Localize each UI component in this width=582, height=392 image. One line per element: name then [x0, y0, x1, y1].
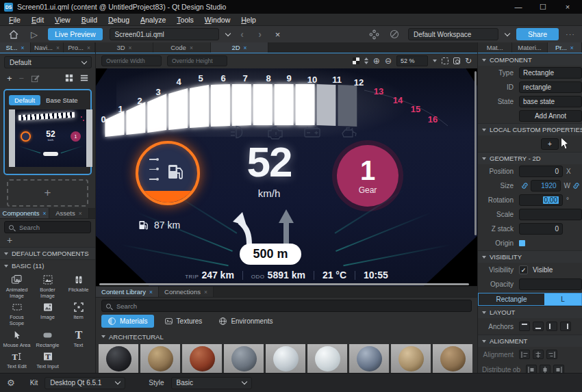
section-alignment[interactable]: ALIGNMENT	[478, 335, 582, 347]
type-field[interactable]: Rectangle	[519, 67, 582, 79]
tab-components[interactable]: Components×	[0, 208, 49, 218]
distribute-center-h-button[interactable]	[540, 365, 551, 373]
menu-item-edit[interactable]: Edit	[27, 15, 49, 25]
chevron-down-icon[interactable]	[225, 30, 230, 36]
menu-item-view[interactable]: View	[50, 15, 75, 25]
menu-item-file[interactable]: File	[4, 15, 25, 25]
zoom-fit-icon[interactable]	[442, 57, 448, 64]
design-canvas[interactable]: 012345678910111213141516 52	[96, 68, 477, 286]
menu-item-window[interactable]: Window	[200, 15, 235, 25]
rotation-field[interactable]: 0,00	[519, 194, 563, 206]
close-tab-icon[interactable]: ×	[129, 44, 132, 51]
close-tab-icon[interactable]: ×	[56, 44, 60, 51]
material-tile[interactable]	[433, 344, 472, 374]
menu-item-debug[interactable]: Debug	[103, 15, 134, 25]
kit-selector[interactable]: Desktop Qt 6.5.1	[45, 377, 125, 389]
zoom-level-field[interactable]: 52 %	[396, 55, 428, 66]
tab-code[interactable]: Code×	[153, 42, 211, 53]
close-tab-icon[interactable]: ×	[204, 289, 207, 296]
close-tab-icon[interactable]: ×	[42, 210, 46, 217]
library-search[interactable]	[101, 300, 472, 312]
component-rectangle[interactable]: Rectangle	[32, 329, 63, 349]
scale-field[interactable]	[519, 209, 582, 220]
material-tile[interactable]	[307, 344, 347, 374]
components-search[interactable]	[4, 221, 91, 233]
tab-material-editor[interactable]: Materi...	[512, 42, 547, 53]
workspaces-icon[interactable]	[367, 28, 381, 40]
annotations-icon[interactable]	[388, 28, 401, 40]
zoom-selection-icon[interactable]	[453, 57, 460, 64]
close-tab-icon[interactable]: ×	[190, 44, 193, 51]
filter-environments[interactable]: Environments	[212, 315, 279, 328]
section-layout[interactable]: LAYOUT	[478, 306, 582, 318]
pattern-stepper[interactable]	[364, 57, 368, 64]
add-state-dropzone[interactable]: +	[7, 179, 88, 207]
run-icon[interactable]: ▷	[27, 28, 41, 40]
remove-state-icon[interactable]: −	[19, 73, 25, 83]
file-selector[interactable]: Screen01.ui.qml	[110, 28, 219, 40]
background-pattern-icon[interactable]	[353, 57, 359, 64]
grid-view-icon[interactable]	[65, 74, 73, 82]
visible-checkbox[interactable]: ✓	[519, 265, 528, 274]
section-visibility[interactable]: VISIBILITY	[478, 250, 582, 263]
tab-states[interactable]: St...×	[0, 42, 31, 53]
component-text-edit[interactable]: TText Edit	[1, 350, 32, 370]
tab-material-browser[interactable]: Mat...	[478, 42, 512, 53]
tab-3d[interactable]: 3D×	[96, 42, 153, 53]
share-button[interactable]: Share	[516, 28, 559, 40]
override-height-input[interactable]	[167, 55, 227, 66]
align-right-button[interactable]	[546, 350, 557, 359]
section-default-components[interactable]: DEFAULT COMPONENTS	[0, 247, 95, 259]
workspace-selector[interactable]: Default Workspace	[408, 28, 498, 40]
filter-textures[interactable]: Textures	[158, 315, 209, 328]
section-local-custom-properties[interactable]: LOCAL CUSTOM PROPERTIES	[478, 123, 582, 135]
components-search-input[interactable]	[18, 223, 86, 232]
close-document-icon[interactable]: ×	[273, 29, 283, 40]
component-animated-image[interactable]: Animated Image	[1, 274, 32, 299]
material-tile[interactable]	[349, 344, 389, 374]
back-icon[interactable]: ‹	[237, 29, 248, 40]
subtab-layout[interactable]: L	[544, 293, 581, 305]
material-tile[interactable]	[182, 344, 222, 374]
zoom-in-icon[interactable]: ⊕	[373, 56, 380, 66]
state-name-badge[interactable]: Default	[9, 95, 40, 105]
zoom-dropdown-icon[interactable]	[433, 60, 437, 62]
maximize-button[interactable]: ☐	[533, 0, 553, 14]
close-tab-icon[interactable]: ×	[79, 210, 82, 217]
opacity-field[interactable]	[519, 278, 582, 290]
distribute-left-button[interactable]	[526, 365, 537, 373]
style-selector[interactable]: Basic	[171, 377, 252, 389]
link-icon[interactable]	[521, 182, 529, 190]
list-view-icon[interactable]	[80, 74, 88, 82]
more-options-icon[interactable]: ···	[566, 30, 575, 38]
close-tab-icon[interactable]: ×	[244, 44, 247, 51]
tab-assets[interactable]: Assets×	[49, 208, 89, 218]
component-mouse-area[interactable]: Mouse Area	[1, 329, 32, 349]
anchor-left-button[interactable]	[546, 322, 557, 331]
anchor-top-button[interactable]	[519, 322, 530, 331]
zoom-out-icon[interactable]: ⊖	[385, 56, 392, 66]
position-x-field[interactable]: 0	[519, 166, 563, 177]
section-geometry[interactable]: GEOMETRY - 2D	[478, 152, 582, 164]
horizontal-scrollbar[interactable]	[99, 283, 469, 285]
close-button[interactable]: ×	[557, 0, 578, 14]
link-icon[interactable]	[572, 182, 580, 190]
add-state-icon[interactable]: +	[7, 73, 12, 83]
component-flickable[interactable]: Flickable	[63, 274, 94, 299]
material-tile[interactable]	[266, 344, 305, 374]
menu-item-tools[interactable]: Tools	[172, 15, 199, 25]
section-architectural[interactable]: ARCHITECTURAL	[96, 330, 477, 343]
size-w-field[interactable]: 1920	[531, 180, 561, 192]
component-border-image[interactable]: Border Image	[32, 274, 63, 299]
component-image[interactable]: Image	[32, 301, 63, 326]
live-preview-button[interactable]: Live Preview	[48, 28, 103, 40]
menu-item-build[interactable]: Build	[77, 15, 102, 25]
component-text[interactable]: TText	[63, 329, 94, 349]
material-tile[interactable]	[224, 344, 264, 374]
tab-properties[interactable]: Pr...×	[548, 42, 582, 53]
section-basic[interactable]: BASIC (11)	[0, 259, 95, 272]
library-search-input[interactable]	[115, 302, 467, 311]
state-card-default[interactable]: Default Base State 1 52 km/h	[3, 89, 92, 175]
add-annotation-button[interactable]: Add Annot	[519, 110, 582, 122]
tab-navigator[interactable]: Navi...×	[31, 42, 64, 53]
